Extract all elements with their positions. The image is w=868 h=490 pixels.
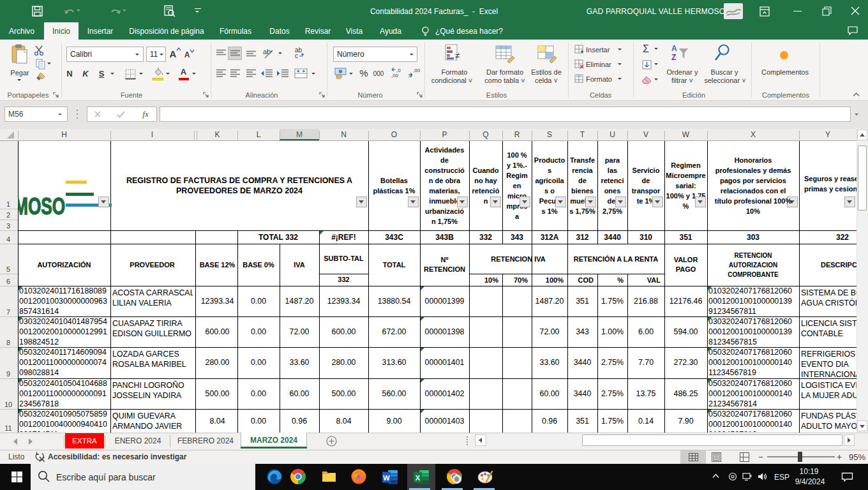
svg-text:,00: ,00 <box>391 73 399 78</box>
svg-text:W: W <box>383 474 390 482</box>
svg-text:A: A <box>671 44 677 53</box>
svg-text:Z: Z <box>671 53 676 62</box>
svg-text:≠: ≠ <box>455 50 460 61</box>
svg-text:c: c <box>295 52 298 59</box>
svg-text:,0: ,0 <box>408 73 412 78</box>
svg-text:X: X <box>415 474 421 482</box>
svg-text:,00: ,00 <box>413 68 421 73</box>
svg-text:ab: ab <box>263 48 271 56</box>
